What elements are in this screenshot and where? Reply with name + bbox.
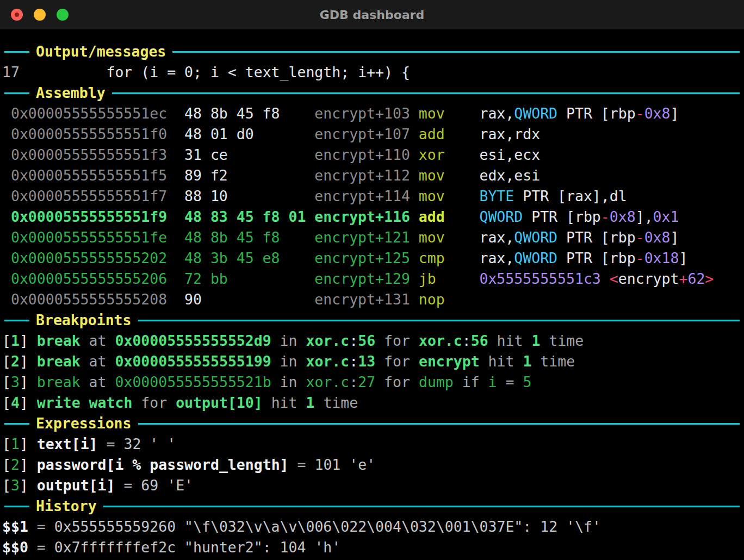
section-header-history: History (2, 496, 740, 517)
divider-line (4, 51, 29, 53)
history-rows: $$1 = 0x555555559260 "\f\032\v\a\v\006\0… (2, 517, 740, 558)
assembly-row: 0x000055555555520248 3b 45 e8encrypt+125… (2, 248, 740, 269)
section-title: Expressions (36, 413, 132, 434)
breakpoint-row: [3] break at 0x000055555555521b in xor.c… (2, 372, 740, 393)
terminal-body[interactable]: Output/messages 17 for (i = 0; i < text_… (0, 29, 744, 558)
assembly-row: 0x00005555555551f331 ceencrypt+110xoresi… (2, 145, 740, 165)
expression-row: [1] text[i] = 32 ' ' (2, 434, 740, 455)
divider-line (4, 92, 29, 94)
section-title: Output/messages (36, 41, 166, 62)
breakpoint-row: [2] break at 0x0000555555555199 in xor.c… (2, 351, 740, 372)
assembly-row: 0x00005555555551f788 10encrypt+114movBYT… (2, 186, 740, 207)
divider-line (172, 51, 740, 53)
source-line: 17 for (i = 0; i < text_length; i++) { (2, 62, 740, 83)
section-header-expressions: Expressions (2, 413, 740, 434)
section-header-assembly: Assembly (2, 83, 740, 103)
source-line-number: 17 (2, 64, 20, 80)
history-row: $$1 = 0x555555559260 "\f\032\v\a\v\006\0… (2, 517, 740, 537)
divider-line (4, 320, 29, 321)
assembly-rows: 0x00005555555551ec48 8b 45 f8encrypt+103… (2, 103, 740, 310)
expression-row: [2] password[i % password_length] = 101 … (2, 455, 740, 475)
title-bar: GDB dashboard (0, 0, 744, 29)
divider-line (4, 506, 29, 507)
section-header-output: Output/messages (2, 41, 740, 62)
breakpoint-row: [4] write watch for output[10] hit 1 tim… (2, 393, 740, 413)
expression-row: [3] output[i] = 69 'E' (2, 475, 740, 496)
section-header-breakpoints: Breakpoints (2, 310, 740, 331)
divider-line (4, 423, 29, 425)
divider-line (103, 506, 740, 507)
breakpoint-row: [1] break at 0x00005555555552d9 in xor.c… (2, 331, 740, 351)
terminal-window: GDB dashboard Output/messages 17 for (i … (0, 0, 744, 560)
divider-line (138, 320, 740, 321)
history-row: $$0 = 0x7fffffffef2c "hunter2": 104 'h' (2, 537, 740, 558)
source-code: for (i = 0; i < text_length; i++) { (20, 64, 410, 80)
assembly-row: 0x00005555555551ec48 8b 45 f8encrypt+103… (2, 103, 740, 124)
assembly-row: 0x000055555555520890encrypt+131nop (2, 289, 740, 310)
assembly-row: 0x00005555555551f589 f2encrypt+112movedx… (2, 165, 740, 186)
section-title: Assembly (36, 83, 106, 103)
assembly-row: 0x000055555555520672 bbencrypt+129jb0x55… (2, 269, 740, 289)
assembly-row: 0x00005555555551f048 01 d0encrypt+107add… (2, 124, 740, 145)
section-title: History (36, 496, 97, 517)
expressions-rows: [1] text[i] = 32 ' '[2] password[i % pas… (2, 434, 740, 496)
assembly-row: 0x00005555555551fe48 8b 45 f8encrypt+121… (2, 227, 740, 248)
divider-line (138, 423, 740, 425)
divider-line (112, 92, 740, 94)
breakpoints-rows: [1] break at 0x00005555555552d9 in xor.c… (2, 331, 740, 413)
section-title: Breakpoints (36, 310, 132, 331)
window-title: GDB dashboard (0, 8, 744, 22)
assembly-row: 0x00005555555551f948 83 45 f8 01encrypt+… (2, 207, 740, 227)
